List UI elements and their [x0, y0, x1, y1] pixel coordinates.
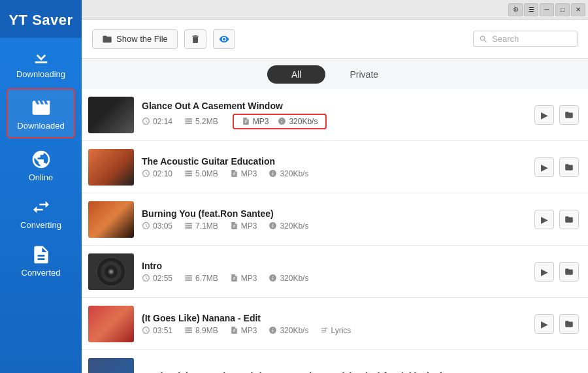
speed-icon — [269, 169, 277, 178]
folder-button[interactable] — [559, 314, 579, 334]
app-title: YT Saver — [0, 0, 82, 38]
show-file-button[interactable]: Show the File — [92, 29, 178, 49]
file-audio-icon — [230, 326, 238, 334]
clock-icon — [142, 117, 150, 125]
sidebar-item-downloading[interactable]: Downloading — [0, 38, 82, 86]
hdd-icon — [184, 274, 193, 282]
track-title: Intro — [142, 261, 527, 271]
close-button[interactable]: ✕ — [571, 3, 585, 16]
maximize-button[interactable]: □ — [555, 3, 570, 16]
folder-button[interactable] — [559, 262, 579, 282]
folder-button[interactable] — [559, 157, 579, 177]
folder-open-icon — [564, 215, 574, 224]
sidebar-item-downloaded[interactable]: Downloaded — [7, 88, 75, 138]
show-file-label: Show the File — [116, 34, 168, 44]
clock-icon — [142, 326, 150, 334]
track-info: Intro 02:55 6.7MB MP3 — [142, 261, 527, 283]
settings-button[interactable]: ⚙ — [508, 3, 523, 16]
sidebar-item-converted[interactable]: Converted — [0, 236, 82, 284]
convert-icon — [31, 197, 52, 218]
track-list: Glance Out A Casement Window 02:14 5.2MB… — [82, 89, 588, 373]
sidebar: YT Saver Downloading Downloaded Online C… — [0, 0, 82, 373]
track-thumbnail — [88, 358, 134, 374]
hdd-icon — [184, 117, 193, 125]
table-row: The Acoustic Guitar Education 02:10 5.0M… — [82, 141, 588, 193]
search-input[interactable] — [492, 34, 570, 44]
file-audio-icon — [242, 117, 250, 125]
track-info: The Acoustic Guitar Education 02:10 5.0M… — [142, 156, 527, 178]
file-icon — [31, 244, 52, 265]
vinyl-icon — [88, 253, 134, 290]
hdd-icon — [184, 169, 193, 178]
play-button[interactable]: ▶ — [534, 262, 554, 282]
hdd-icon — [184, 221, 193, 230]
play-button[interactable]: ▶ — [534, 157, 554, 177]
tab-private[interactable]: Private — [325, 65, 402, 84]
play-button[interactable]: ▶ — [534, 314, 554, 334]
meta-format: MP3 — [230, 169, 257, 178]
lyrics-icon — [320, 326, 329, 334]
track-thumbnail — [88, 149, 134, 186]
minimize-button[interactable]: ─ — [540, 3, 554, 16]
track-info: Burning You (feat.Ron Santee) 03:05 7.1M… — [142, 208, 527, 231]
file-audio-icon — [230, 221, 238, 230]
meta-format: MP3 — [242, 117, 269, 126]
sidebar-item-converting-label: Converting — [20, 220, 61, 230]
speed-icon — [269, 274, 277, 282]
sidebar-item-online[interactable]: Online — [0, 141, 82, 189]
track-title: (It Goes Like) Nanana - Edit — [142, 313, 527, 323]
film-icon — [31, 97, 52, 118]
globe-icon — [31, 149, 52, 170]
tab-all[interactable]: All — [267, 65, 326, 84]
play-button[interactable]: ▶ — [534, 105, 554, 125]
table-row: Burning You (feat.Ron Santee) 03:05 7.1M… — [82, 193, 588, 246]
track-actions: ▶ — [534, 105, 579, 125]
folder-open-icon — [564, 319, 574, 329]
sidebar-item-converting[interactable]: Converting — [0, 189, 82, 236]
track-title: Burning You (feat.Ron Santee) — [142, 208, 527, 219]
track-thumbnail — [88, 201, 134, 238]
track-thumbnail — [88, 97, 134, 133]
folder-button[interactable] — [559, 105, 579, 125]
clock-icon — [142, 169, 150, 178]
hdd-icon — [184, 326, 193, 334]
track-meta: 03:05 7.1MB MP3 320Kb/s — [142, 221, 527, 231]
delete-button[interactable] — [184, 29, 206, 49]
track-meta: 02:10 5.0MB MP3 320Kb/s — [142, 169, 527, 178]
main-content: ⚙ ☰ ─ □ ✕ Show the File All Private — [82, 0, 588, 373]
track-meta: 03:51 8.9MB MP3 320Kb/s — [142, 326, 527, 335]
speed-icon — [269, 326, 277, 334]
eye-button[interactable] — [213, 29, 235, 49]
meta-format: MP3 — [230, 274, 257, 283]
meta-format: MP3 — [230, 326, 257, 335]
folder-icon — [102, 34, 112, 44]
meta-duration: 02:14 — [142, 117, 172, 126]
file-audio-icon — [230, 274, 238, 282]
meta-size: 7.1MB — [184, 221, 218, 231]
table-row: (It Goes Like) Nanana - Edit 03:51 8.9MB… — [82, 298, 588, 350]
folder-open-icon — [564, 163, 574, 172]
tabs-bar: All Private — [82, 59, 588, 89]
track-meta: 02:14 5.2MB MP3 320Kb/s — [142, 114, 527, 129]
meta-duration: 02:55 — [142, 274, 172, 283]
svg-point-4 — [110, 270, 112, 273]
table-row: Intro 02:55 6.7MB MP3 — [82, 246, 588, 298]
folder-button[interactable] — [559, 210, 579, 229]
meta-bitrate: 320Kb/s — [269, 169, 308, 178]
track-meta: 02:55 6.7MB MP3 320Kb/s — [142, 274, 527, 283]
meta-bitrate: 320Kb/s — [269, 326, 308, 335]
meta-size: 6.7MB — [184, 274, 218, 283]
sidebar-item-downloaded-label: Downloaded — [17, 121, 64, 131]
folder-open-icon — [564, 110, 574, 120]
track-thumbnail — [88, 306, 134, 342]
menu-button[interactable]: ☰ — [524, 3, 538, 16]
meta-size: 5.2MB — [184, 117, 218, 126]
speed-icon — [269, 221, 277, 230]
clock-icon — [142, 221, 150, 230]
search-box[interactable] — [473, 31, 578, 47]
file-audio-icon — [230, 169, 238, 178]
speed-icon — [278, 117, 286, 125]
play-button[interactable]: ▶ — [534, 210, 554, 229]
table-row: Justin Bieber - Body Rock (Beauty And A … — [82, 350, 588, 373]
track-actions: ▶ — [534, 314, 579, 334]
